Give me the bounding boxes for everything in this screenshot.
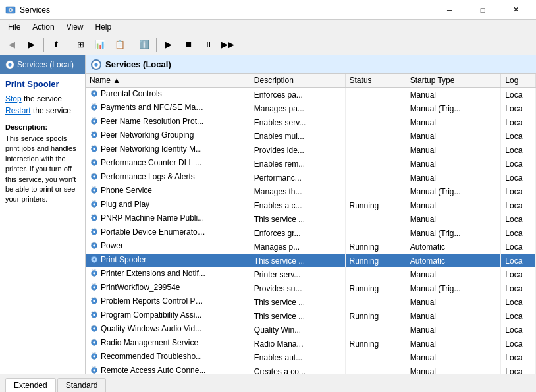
table-row[interactable]: Portable Device Enumerator... Enforces g… [86,226,536,240]
tb-back-button[interactable]: ◀ [3,36,21,53]
service-name-text: Power [101,241,123,250]
content-header: Services (Local) [86,55,536,74]
service-name-text: Plug and Play [101,200,149,209]
table-row[interactable]: Program Compatibility Assi... This servi… [86,309,536,323]
cell-startup-type: Manual [406,88,501,102]
cell-description: Provides su... [250,281,345,295]
toolbar: ◀ ▶ ⬆ ⊞ 📊 📋 ℹ️ ▶ ⏹ ⏸ ▶▶ [0,34,536,55]
tb-info-button[interactable]: ℹ️ [135,36,153,53]
tb-stop-button[interactable]: ⏹ [179,36,198,53]
col-name[interactable]: Name ▲ [86,74,250,88]
sidebar-stop-link[interactable]: Stop [5,94,22,103]
cell-description: Enables a c... [250,198,345,212]
tab-standard[interactable]: Standard [57,378,107,392]
cell-description: Enforces pa... [250,88,345,102]
table-row[interactable]: Power Manages p...RunningAutomaticLoca [86,240,536,254]
tab-extended[interactable]: Extended [5,378,56,392]
menu-view[interactable]: View [61,21,89,33]
menu-help[interactable]: Help [90,21,117,33]
cell-name: Print Spooler [86,254,250,267]
cell-status [345,267,406,281]
cell-status [345,143,406,157]
table-row[interactable]: Performance Logs & Alerts Performanc...M… [86,171,536,184]
cell-log: Loca [501,157,536,171]
app-icon [5,5,16,15]
content-header-text: Services (Local) [105,59,171,69]
cell-log: Loca [501,184,536,198]
tb-up-button[interactable]: ⬆ [47,36,65,53]
table-container[interactable]: Name ▲ Description Status Startup Type L… [86,74,536,374]
table-row[interactable]: Peer Name Resolution Prot... Enables ser… [86,115,536,129]
col-status[interactable]: Status [345,74,406,88]
tb-export-button[interactable]: 📊 [91,36,109,53]
cell-startup-type: Manual [406,171,501,184]
col-description[interactable]: Description [250,74,345,88]
sidebar-icon [5,60,14,69]
sidebar-restart-link[interactable]: Restart [5,106,31,115]
col-startup-type[interactable]: Startup Type [406,74,501,88]
service-name-text: Printer Extensions and Notif... [101,269,205,278]
service-name-text: PNRP Machine Name Publi... [101,213,204,223]
table-row[interactable]: PrintWorkflow_29954e Provides su...Runni… [86,281,536,295]
table-row[interactable]: Quality Windows Audio Vid... Quality Win… [86,323,536,337]
cell-log: Loca [501,115,536,129]
cell-name: Recommended Troublesho... [86,350,250,364]
cell-startup-type: Manual [406,129,501,143]
col-log[interactable]: Log [501,74,536,88]
table-row[interactable]: Recommended Troublesho... Enables aut...… [86,350,536,364]
cell-name: Phone Service [86,184,250,198]
menu-file[interactable]: File [3,21,26,33]
tb-log-button[interactable]: 📋 [111,36,129,53]
service-gear-icon [90,200,99,209]
cell-name: Peer Name Resolution Prot... [86,115,250,129]
service-gear-icon [90,296,99,306]
cell-log: Loca [501,88,536,102]
cell-description: Creates a co... [250,364,345,374]
maximize-button[interactable]: □ [468,0,498,20]
sidebar-restart-text: the service [31,106,71,115]
cell-log: Loca [501,226,536,240]
minimize-button[interactable]: ─ [435,0,465,20]
table-row[interactable]: Remote Access Auto Conne... Creates a co… [86,364,536,374]
table-row[interactable]: Problem Reports Control Pa... This servi… [86,295,536,309]
cell-startup-type: Manual [406,143,501,157]
table-row[interactable]: Phone Service Manages th...Manual (Trig.… [86,184,536,198]
table-row[interactable]: Printer Extensions and Notif... Printer … [86,267,536,281]
tb-resume-button[interactable]: ▶▶ [219,36,237,53]
service-gear-icon [90,255,99,264]
table-row[interactable]: Performance Counter DLL ... Enables rem.… [86,157,536,171]
table-row[interactable]: Peer Networking Grouping Enables mul...M… [86,129,536,143]
table-row[interactable]: Parental Controls Enforces pa...ManualLo… [86,88,536,102]
cell-name: Quality Windows Audio Vid... [86,323,250,337]
cell-name: Printer Extensions and Notif... [86,267,250,281]
table-row[interactable]: Payments and NFC/SE Man... Manages pa...… [86,101,536,115]
cell-description: Manages pa... [250,101,345,115]
title-text: Services [20,5,50,14]
tb-show-hide-button[interactable]: ⊞ [71,36,90,53]
service-gear-icon [90,172,99,181]
table-row[interactable]: Peer Networking Identity M... Provides i… [86,143,536,157]
service-gear-icon [90,213,99,223]
service-name-text: Problem Reports Control Pa... [101,296,206,306]
service-name-text: Parental Controls [101,89,162,98]
menu-action[interactable]: Action [27,21,59,33]
sidebar-desc-text: This service spools print jobs and handl… [5,134,80,205]
cell-description: This service ... [250,254,345,267]
tb-pause-button[interactable]: ⏸ [199,36,217,53]
table-row[interactable]: Print Spooler This service ...RunningAut… [86,254,536,267]
cell-description: Manages th... [250,184,345,198]
table-row[interactable]: Radio Management Service Radio Mana...Ru… [86,337,536,350]
sidebar-header-text: Services (Local) [17,60,74,69]
cell-description: Enables serv... [250,115,345,129]
cell-startup-type: Manual [406,323,501,337]
service-gear-icon [90,338,99,347]
tb-forward-button[interactable]: ▶ [22,36,41,53]
cell-log: Loca [501,240,536,254]
table-row[interactable]: Plug and Play Enables a c...RunningManua… [86,198,536,212]
content-header-icon [91,59,101,70]
table-row[interactable]: PNRP Machine Name Publi... This service … [86,212,536,226]
close-button[interactable]: ✕ [500,0,531,20]
tb-start-button[interactable]: ▶ [159,36,178,53]
sidebar-description: Description: This service spools print j… [5,123,80,205]
sidebar-service-name: Print Spooler [5,79,80,89]
